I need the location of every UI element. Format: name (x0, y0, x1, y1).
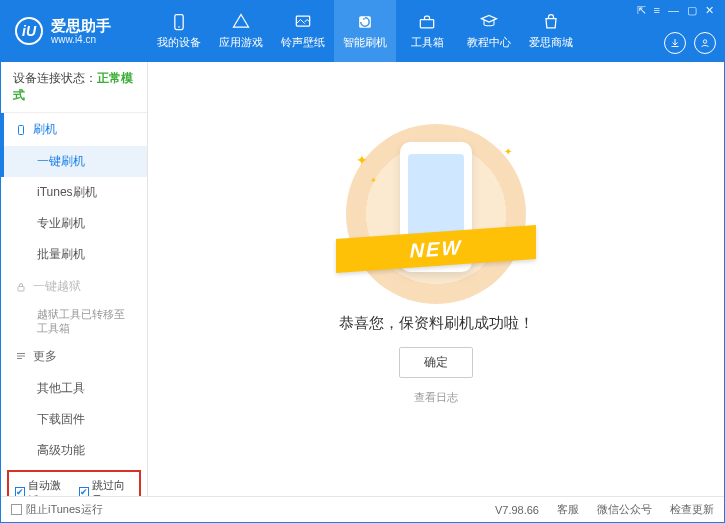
brand-name: 爱思助手 (51, 18, 111, 33)
minimize-button[interactable]: — (666, 4, 681, 16)
store-icon (541, 12, 561, 32)
menu-button[interactable]: ≡ (652, 4, 662, 16)
sidebar: 设备连接状态：正常模式 刷机 一键刷机 iTunes刷机 专业刷机 批量刷机 一… (1, 62, 148, 496)
maximize-button[interactable]: ▢ (685, 4, 699, 17)
star-icon: ✦ (504, 146, 512, 157)
pin-button[interactable]: ⇱ (635, 4, 648, 17)
sidebar-group-jailbreak: 一键越狱 (1, 270, 147, 303)
toolbox-icon (417, 12, 437, 32)
sidebar-item-itunes-flash[interactable]: iTunes刷机 (1, 177, 147, 208)
nav-apps-games[interactable]: 应用游戏 (210, 0, 272, 62)
titlebar-actions (664, 32, 716, 54)
body: 设备连接状态：正常模式 刷机 一键刷机 iTunes刷机 专业刷机 批量刷机 一… (1, 62, 724, 496)
brand: iU 爱思助手 www.i4.cn (1, 0, 148, 62)
star-icon: ✦ (370, 176, 377, 185)
phone-icon (169, 12, 189, 32)
phone-small-icon (15, 124, 27, 136)
tutorial-icon (479, 12, 499, 32)
logo-icon: iU (15, 17, 43, 45)
svg-rect-4 (420, 20, 433, 28)
main-panel: ✦ ✦ ✦ NEW 恭喜您，保资料刷机成功啦！ 确定 查看日志 (148, 62, 724, 496)
nav-tutorials[interactable]: 教程中心 (458, 0, 520, 62)
user-icon (699, 37, 711, 49)
nav-toolbox[interactable]: 工具箱 (396, 0, 458, 62)
download-button[interactable] (664, 32, 686, 54)
star-icon: ✦ (356, 152, 368, 168)
svg-rect-6 (19, 125, 24, 134)
window-controls: ⇱ ≡ — ▢ ✕ (627, 0, 724, 20)
nav-my-device[interactable]: 我的设备 (148, 0, 210, 62)
sidebar-item-oneclick-flash[interactable]: 一键刷机 (1, 146, 147, 177)
sidebar-item-pro-flash[interactable]: 专业刷机 (1, 208, 147, 239)
success-message: 恭喜您，保资料刷机成功啦！ (339, 314, 534, 333)
sidebar-item-batch-flash[interactable]: 批量刷机 (1, 239, 147, 270)
nav-smart-flash[interactable]: 智能刷机 (334, 0, 396, 62)
svg-rect-7 (18, 286, 24, 291)
wallpaper-icon (293, 12, 313, 32)
checkbox-skip-guide[interactable]: ✔跳过向导 (79, 478, 133, 496)
sidebar-group-flash[interactable]: 刷机 (1, 113, 147, 146)
support-link[interactable]: 客服 (557, 502, 579, 517)
sidebar-group-more[interactable]: 更多 (1, 340, 147, 373)
footer: 阻止iTunes运行 V7.98.66 客服 微信公众号 检查更新 (1, 496, 724, 522)
nav-ringtone-wallpaper[interactable]: 铃声壁纸 (272, 0, 334, 62)
account-button[interactable] (694, 32, 716, 54)
svg-point-1 (178, 26, 180, 28)
ok-button[interactable]: 确定 (399, 347, 473, 378)
jailbreak-note: 越狱工具已转移至工具箱 (37, 307, 135, 336)
titlebar: iU 爱思助手 www.i4.cn 我的设备 应用游戏 铃声壁纸 智能刷机 (1, 0, 724, 62)
brand-url: www.i4.cn (51, 35, 111, 45)
nav-store[interactable]: 爱思商城 (520, 0, 582, 62)
download-icon (669, 37, 681, 49)
version-label: V7.98.66 (495, 504, 539, 516)
close-button[interactable]: ✕ (703, 4, 716, 17)
checkbox-icon (11, 504, 22, 515)
list-icon (15, 350, 27, 362)
sidebar-item-other-tools[interactable]: 其他工具 (1, 373, 147, 404)
view-log-link[interactable]: 查看日志 (414, 390, 458, 405)
apps-icon (231, 12, 251, 32)
connection-status: 设备连接状态：正常模式 (1, 62, 147, 113)
checkbox-auto-activate[interactable]: ✔自动激活 (15, 478, 69, 496)
check-update-link[interactable]: 检查更新 (670, 502, 714, 517)
wechat-link[interactable]: 微信公众号 (597, 502, 652, 517)
checkbox-block-itunes[interactable]: 阻止iTunes运行 (11, 502, 103, 517)
sidebar-item-download-firmware[interactable]: 下载固件 (1, 404, 147, 435)
lock-icon (15, 281, 27, 293)
app-window: iU 爱思助手 www.i4.cn 我的设备 应用游戏 铃声壁纸 智能刷机 (0, 0, 725, 523)
highlight-options: ✔自动激活 ✔跳过向导 (7, 470, 141, 496)
svg-point-5 (703, 40, 707, 44)
flash-icon (355, 12, 375, 32)
success-illustration: ✦ ✦ ✦ NEW (346, 124, 526, 304)
sidebar-item-advanced[interactable]: 高级功能 (1, 435, 147, 466)
